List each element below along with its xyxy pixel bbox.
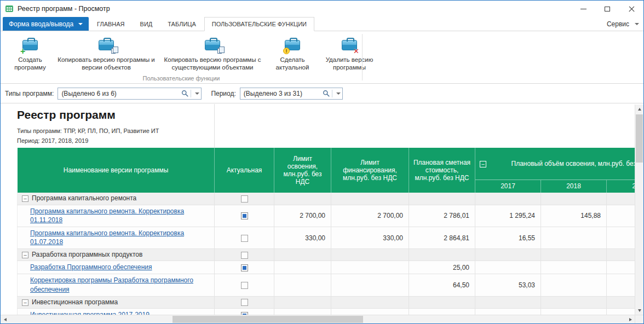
name-cell: Разработка программных продуктов (18, 249, 215, 261)
version-link[interactable]: Корректировка программы Разработка прогр… (30, 276, 193, 293)
actual-cell (215, 227, 274, 248)
value-cell (541, 308, 607, 315)
search-icon[interactable] (323, 90, 330, 97)
col-header-2017[interactable]: 2017 (475, 180, 541, 193)
col-header-limit-fin[interactable]: Лимит финансирования, млн.руб. без НДС (331, 148, 409, 193)
delete-version-button[interactable]: Удалить версию программы (317, 35, 382, 72)
value-cell (607, 227, 635, 248)
name-cell: Инвестиционная программа 2017-2019 (18, 308, 215, 315)
version-link[interactable]: Разработка Программного обеспечения (30, 263, 152, 271)
actual-checkbox[interactable] (241, 235, 248, 242)
minimize-button[interactable] (571, 1, 595, 17)
program-types-value: (Выделено 6 из 6) (61, 90, 116, 97)
button-label: Создать программу (5, 56, 55, 72)
period-select[interactable]: (Выделено 3 из 31) (240, 88, 343, 100)
horizontal-scroll-thumb[interactable] (173, 316, 363, 323)
value-cell (409, 193, 475, 205)
horizontal-scrollbar[interactable] (1, 315, 635, 323)
app-icon (5, 4, 14, 13)
version-row: Программа капитального ремонта. Корректи… (18, 205, 635, 227)
value-cell (409, 308, 475, 315)
value-cell (541, 296, 607, 308)
copy-version-objects-button[interactable]: Копировать версию программы и версии объ… (55, 35, 157, 72)
version-link[interactable]: Программа капитального ремонта. Корректи… (30, 207, 184, 224)
col-header-planned-volume[interactable]: Плановый объём освоения, млн.руб. без (475, 148, 635, 180)
value-cell: 25,00 (409, 261, 475, 274)
value-cell: 2 786,01 (409, 205, 475, 227)
create-program-button[interactable]: Создать программу (5, 35, 55, 72)
program-registry-table: Наименование версии программы Актуальная… (17, 148, 635, 315)
col-header-2019[interactable]: 2019 (607, 180, 635, 193)
report-types-line: Типы программ: ТПР, КР, ПЛ, ПО, ИП, Разв… (17, 128, 635, 134)
name-cell: Программа капитального ремонта (18, 193, 215, 205)
ribbon-collapse-icon[interactable] (635, 23, 639, 25)
actual-checkbox[interactable] (241, 195, 248, 202)
tab-glavnaya[interactable]: ГЛАВНАЯ (90, 17, 131, 31)
value-cell (274, 308, 331, 315)
vertical-scrollbar[interactable] (635, 105, 643, 315)
tab-vid[interactable]: ВИД (133, 17, 160, 31)
version-link[interactable]: Программа капитального ремонта. Корректи… (30, 229, 184, 246)
actual-checkbox[interactable] (241, 282, 248, 289)
group-row: Разработка программных продуктов (18, 249, 635, 261)
tab-polzovatelskie-funkcii[interactable]: ПОЛЬЗОВАТЕЛЬСКИЕ ФУНКЦИИ (204, 17, 314, 31)
actual-checkbox[interactable] (241, 252, 248, 259)
version-link[interactable]: Инвестиционная программа 2017-2019 (30, 311, 150, 315)
value-cell (409, 249, 475, 261)
make-actual-button[interactable]: Сделать актуальной (268, 35, 317, 72)
form-io-menu-button[interactable]: Форма ввода/вывода (3, 17, 89, 31)
maximize-button[interactable] (595, 1, 619, 17)
maximize-icon (605, 7, 610, 11)
value-cell (475, 308, 541, 315)
value-cell (331, 308, 409, 315)
chevron-down-icon[interactable] (335, 92, 342, 95)
group-name: Программа капитального ремонта (32, 194, 136, 202)
value-cell: 2 700,00 (331, 205, 409, 227)
scroll-right-icon[interactable] (626, 315, 635, 324)
value-cell (475, 296, 541, 308)
col-header-name[interactable]: Наименование версии программы (18, 148, 215, 193)
value-cell (607, 296, 635, 308)
value-cell (475, 261, 541, 274)
button-label: Сделать актуальной (268, 56, 317, 72)
copy-version-existing-button[interactable]: Копировать версию программы с существующ… (157, 35, 268, 72)
scroll-up-icon[interactable] (635, 105, 644, 113)
scroll-down-icon[interactable] (635, 306, 644, 315)
tab-tablica[interactable]: ТАБЛИЦА (160, 17, 203, 31)
chevron-down-icon[interactable] (193, 92, 201, 95)
version-row: Программа капитального ремонта. Корректи… (18, 227, 635, 248)
briefcase-warning-icon (283, 36, 302, 54)
collapse-group-icon[interactable] (22, 299, 28, 306)
search-icon[interactable] (181, 90, 188, 97)
actual-cell (215, 249, 274, 261)
col-header-planned-cost[interactable]: Плановая сметная стоимость, млн.руб. без… (409, 148, 475, 193)
collapse-column-icon[interactable] (480, 161, 486, 167)
col-header-limit-dev[interactable]: Лимит освоения, млн.руб. без НДС (274, 148, 331, 193)
value-cell (475, 249, 541, 261)
program-types-select[interactable]: (Выделено 6 из 6) (58, 88, 202, 100)
col-header-actual[interactable]: Актуальная (215, 148, 274, 193)
titlebar: Реестр программ - Просмотр (1, 1, 643, 17)
service-menu[interactable]: Сервис (607, 20, 629, 28)
scroll-left-icon[interactable] (1, 315, 9, 324)
close-icon (629, 6, 635, 12)
value-cell (607, 193, 635, 205)
value-cell (331, 274, 409, 296)
actual-checkbox[interactable] (241, 212, 248, 219)
copy-badge-icon (111, 48, 116, 54)
value-cell (274, 249, 331, 261)
collapse-group-icon[interactable] (22, 252, 28, 258)
group-name: Инвестиционная программа (32, 298, 118, 306)
value-cell (274, 261, 331, 274)
value-cell (475, 193, 541, 205)
briefcase-delete-icon (340, 36, 359, 54)
col-header-2018[interactable]: 2018 (541, 180, 607, 193)
actual-checkbox[interactable] (241, 264, 248, 271)
name-cell: Корректировка программы Разработка прогр… (18, 274, 215, 296)
collapse-group-icon[interactable] (22, 195, 28, 202)
vertical-scroll-thumb[interactable] (636, 114, 643, 163)
actual-checkbox[interactable] (241, 299, 248, 306)
minimize-icon (580, 9, 586, 9)
close-button[interactable] (619, 1, 643, 17)
value-cell (409, 296, 475, 308)
